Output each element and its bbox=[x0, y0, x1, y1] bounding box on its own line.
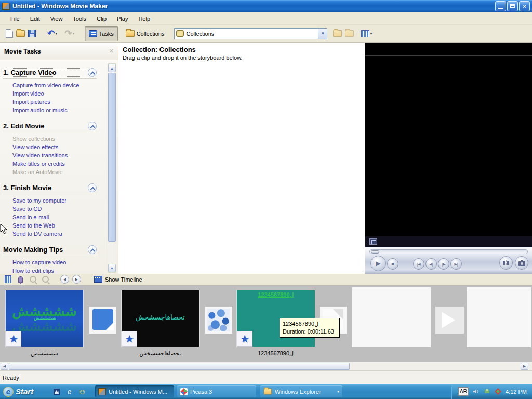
fullscreen-icon[interactable] bbox=[369, 238, 377, 245]
task-pane-scrollbar[interactable]: ▲ ▼ bbox=[108, 63, 116, 273]
redo-button[interactable]: ↷ ▾ bbox=[63, 27, 76, 41]
menu-play[interactable]: Play bbox=[112, 14, 133, 23]
link-send-email[interactable]: Send in e-mail bbox=[3, 213, 108, 221]
menu-view[interactable]: View bbox=[45, 14, 68, 23]
split-clip-button[interactable] bbox=[499, 256, 513, 270]
section-movie-tips[interactable]: Movie Making Tips bbox=[3, 245, 97, 256]
link-how-capture[interactable]: How to capture video bbox=[3, 258, 108, 267]
menu-tools[interactable]: Tools bbox=[68, 14, 91, 23]
volume-icon[interactable] bbox=[473, 388, 480, 395]
close-button[interactable]: × bbox=[519, 1, 530, 11]
storyboard-clip[interactable]: تحصاهاجسشخش ★ bbox=[121, 290, 200, 347]
new-collection-button[interactable] bbox=[343, 27, 355, 41]
tasks-toggle-button[interactable]: Tasks bbox=[85, 26, 118, 41]
task-pane-close-icon[interactable]: ✕ bbox=[109, 48, 114, 55]
menu-edit[interactable]: Edit bbox=[25, 14, 45, 23]
rewind-storyboard-button[interactable]: ◀ bbox=[60, 275, 69, 284]
menu-clip[interactable]: Clip bbox=[91, 14, 112, 23]
collection-combobox[interactable]: Collections ▼ bbox=[174, 28, 327, 39]
stop-button[interactable]: ■ bbox=[387, 258, 398, 270]
link-view-transitions[interactable]: View video transitions bbox=[3, 151, 108, 159]
audio-levels-button[interactable] bbox=[3, 275, 12, 284]
undo-dropdown-arrow[interactable]: ▾ bbox=[55, 31, 57, 36]
play-storyboard-button[interactable]: ▶ bbox=[72, 275, 81, 284]
storyboard-clip[interactable]: ششششش ششششش ششششش ★ bbox=[5, 290, 84, 347]
new-project-button[interactable] bbox=[4, 27, 15, 41]
seek-thumb[interactable] bbox=[371, 250, 379, 254]
combobox-dropdown-button[interactable]: ▼ bbox=[318, 29, 327, 39]
menu-help[interactable]: Help bbox=[133, 14, 155, 23]
status-bar: Ready bbox=[0, 370, 532, 384]
antivirus-icon[interactable] bbox=[495, 388, 501, 395]
quicklaunch-app-icon[interactable] bbox=[52, 387, 61, 396]
hscroll-thumb[interactable] bbox=[9, 363, 350, 370]
link-import-pictures[interactable]: Import pictures bbox=[3, 98, 108, 106]
taskbar-button-moviemaker[interactable]: Untitled - Windows M... bbox=[95, 385, 174, 397]
transition-cell-page-curl[interactable] bbox=[89, 307, 116, 334]
narrate-timeline-button[interactable] bbox=[16, 275, 25, 284]
storyboard-empty-cell[interactable] bbox=[467, 287, 531, 347]
hscroll-left-icon[interactable]: ◀ bbox=[1, 363, 8, 370]
transition-cell-shatter[interactable] bbox=[205, 307, 232, 334]
views-button[interactable]: ▾ bbox=[360, 27, 374, 41]
start-button[interactable]: e Start bbox=[0, 384, 41, 399]
link-how-edit[interactable]: How to edit clips bbox=[3, 267, 108, 274]
hscroll-right-icon[interactable]: ▶ bbox=[521, 363, 528, 370]
scroll-down-icon[interactable]: ▼ bbox=[108, 264, 116, 272]
picasa-icon bbox=[180, 388, 188, 395]
group-dropdown-arrow[interactable]: ▾ bbox=[337, 389, 339, 394]
link-import-video[interactable]: Import video bbox=[3, 89, 108, 98]
minimize-button[interactable] bbox=[495, 1, 506, 11]
section-edit-movie[interactable]: 2. Edit Movie bbox=[3, 122, 97, 132]
microphone-icon bbox=[18, 276, 23, 283]
link-send-dv[interactable]: Send to DV camera bbox=[3, 230, 108, 238]
open-project-button[interactable] bbox=[15, 27, 26, 41]
collapse-chevron-icon[interactable] bbox=[88, 183, 97, 192]
take-picture-button[interactable] bbox=[515, 256, 528, 270]
menu-file[interactable]: File bbox=[5, 14, 25, 23]
section-capture-video[interactable]: 1. Capture Video bbox=[3, 68, 97, 79]
collections-toggle-button[interactable]: Collections bbox=[122, 26, 168, 41]
link-capture-from-device[interactable]: Capture from video device bbox=[3, 81, 108, 89]
video-clip-badge: ★ bbox=[6, 331, 21, 347]
link-view-effects[interactable]: View video effects bbox=[3, 143, 108, 151]
collection-title: Collection: Collections bbox=[123, 46, 365, 54]
link-save-cd[interactable]: Save to CD bbox=[3, 205, 108, 213]
taskbar: e Start e ☺ Untitled - Windows M... Pica… bbox=[0, 384, 532, 399]
explorer-folder-icon bbox=[264, 389, 272, 395]
collapse-chevron-icon[interactable] bbox=[88, 122, 97, 130]
quicklaunch-ie-icon[interactable]: e bbox=[65, 387, 74, 396]
section-finish-movie[interactable]: 3. Finish Movie bbox=[3, 183, 97, 194]
safely-remove-icon[interactable] bbox=[484, 388, 490, 395]
transition-cell-arrow[interactable] bbox=[435, 307, 464, 334]
views-dropdown-arrow[interactable]: ▾ bbox=[370, 31, 372, 36]
taskbar-button-explorer-group[interactable]: Windows Explorer ▾ bbox=[260, 385, 342, 397]
link-make-titles[interactable]: Make titles or credits bbox=[3, 159, 108, 168]
seek-bar[interactable] bbox=[369, 249, 528, 254]
save-project-button[interactable] bbox=[26, 27, 37, 41]
link-send-web[interactable]: Send to the Web bbox=[3, 221, 108, 230]
scrollbar-thumb[interactable] bbox=[108, 73, 116, 242]
collapse-chevron-icon[interactable] bbox=[88, 245, 97, 254]
play-button[interactable]: ▶ bbox=[370, 256, 386, 271]
quicklaunch-messenger-icon[interactable]: ☺ bbox=[78, 387, 87, 396]
link-save-computer[interactable]: Save to my computer bbox=[3, 196, 108, 205]
scroll-up-icon[interactable]: ▲ bbox=[108, 64, 116, 72]
storyboard-empty-cell[interactable] bbox=[352, 287, 431, 347]
step-back-button[interactable]: ◀| bbox=[425, 258, 437, 270]
split-icon bbox=[503, 260, 509, 266]
collapse-chevron-icon[interactable] bbox=[88, 68, 97, 77]
link-make-automovie: Make an AutoMovie bbox=[3, 168, 108, 176]
restore-button[interactable] bbox=[507, 1, 518, 11]
taskbar-button-picasa[interactable]: Picasa 3 bbox=[177, 385, 256, 397]
link-import-audio[interactable]: Import audio or music bbox=[3, 106, 108, 114]
monitor-status-strip bbox=[365, 236, 532, 247]
up-one-level-button[interactable] bbox=[331, 27, 343, 41]
undo-button[interactable]: ↶ ▾ bbox=[46, 27, 59, 41]
previous-frame-button[interactable]: |◀ bbox=[413, 258, 424, 270]
next-frame-button[interactable]: ▶| bbox=[450, 258, 462, 270]
step-forward-button[interactable]: |▶ bbox=[438, 258, 449, 270]
language-indicator[interactable]: AR bbox=[458, 387, 469, 396]
storyboard-hscrollbar[interactable]: ◀ ▶ bbox=[0, 362, 532, 370]
show-timeline-button[interactable]: Show Timeline bbox=[91, 275, 145, 283]
